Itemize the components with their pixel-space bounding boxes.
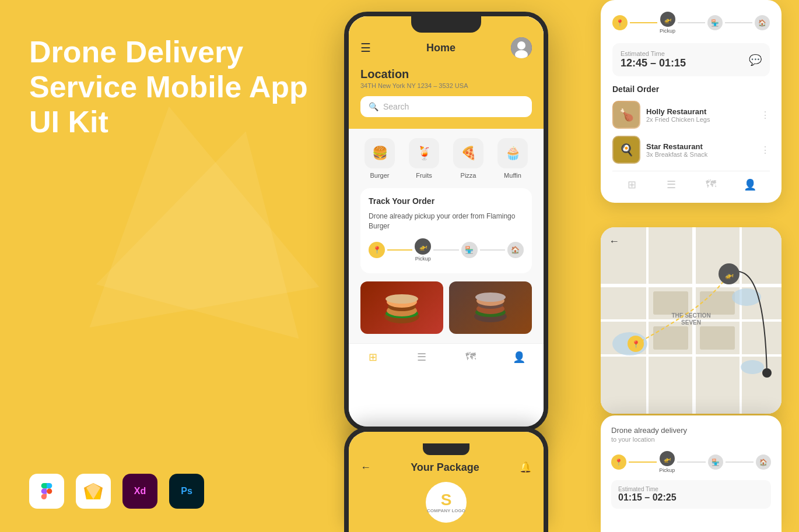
rdp-step-location: 📍 <box>611 455 626 470</box>
estimated-time: 12:45 – 01:15 <box>621 57 686 69</box>
hamburger-icon[interactable]: ☰ <box>360 41 371 55</box>
phone-nav: ☰ Home <box>360 37 532 58</box>
progress-bar: 📍 🚁 Pickup 🏪 🏠 <box>369 238 524 262</box>
svg-text:📍: 📍 <box>632 340 640 348</box>
rdp-est-time: 01:15 – 02:25 <box>618 492 764 503</box>
rtp-line-1 <box>630 22 657 23</box>
step-pickup: 🚁 <box>415 238 431 255</box>
bp-logo-area: S COMPANY LOGO <box>360 482 532 523</box>
category-pizza[interactable]: 🍕 Pizza <box>449 138 488 179</box>
bp-notch <box>423 443 469 455</box>
ps-icon: Ps <box>169 474 204 509</box>
rtp-line-2 <box>678 22 705 23</box>
map-content: THE SECTION SEVEN 📍 🚁 ← <box>601 227 782 414</box>
svg-text:🍳: 🍳 <box>619 143 634 157</box>
tool-icons-row: Xd Ps <box>29 474 204 509</box>
estimated-time-box: Estimated Time 12:45 – 01:15 💬 <box>612 43 770 76</box>
rtp-step-home: 🏠 <box>755 15 770 30</box>
logo-text: COMPANY LOGO <box>427 508 465 513</box>
company-logo: S COMPANY LOGO <box>426 482 467 523</box>
logo-letter: S <box>441 492 452 508</box>
map-panel: THE SECTION SEVEN 📍 🚁 ← <box>601 227 782 414</box>
sketch-icon <box>76 474 111 509</box>
nav-menu[interactable]: ☰ <box>398 351 447 364</box>
delivery-panel: Drone already delivery to your location … <box>601 415 782 532</box>
svg-rect-33 <box>653 326 688 350</box>
svg-rect-34 <box>700 326 735 350</box>
svg-text:🍗: 🍗 <box>619 108 634 122</box>
rtp-line-3 <box>725 22 752 23</box>
figma-icon <box>29 474 64 509</box>
fruits-icon: 🍹 <box>409 138 439 168</box>
rtp-nav-map[interactable]: 🗺 <box>691 178 731 191</box>
rdp-progress: 📍 🚁 Pickup 🏪 🏠 <box>611 451 771 473</box>
track-section: Track Your Order Drone already pickup yo… <box>360 188 532 273</box>
svg-rect-31 <box>653 291 688 315</box>
rtp-progress: 📍 🚁 Pickup 🏪 🏠 <box>612 12 770 34</box>
svg-text:THE SECTION: THE SECTION <box>671 312 710 319</box>
search-placeholder: Search <box>383 102 409 111</box>
rtp-nav-profile[interactable]: 👤 <box>731 178 770 191</box>
food-row <box>360 281 532 334</box>
phone-notch <box>411 16 481 33</box>
rdp-estimated-box: Estimated Time 01:15 – 02:25 <box>611 480 771 509</box>
xd-icon: Xd <box>122 474 157 509</box>
right-top-panel: 📍 🚁 Pickup 🏪 🏠 Estimated Time 12:45 – 01… <box>601 0 782 203</box>
bp-back-button[interactable]: ← <box>360 461 371 474</box>
search-bar[interactable]: 🔍 Search <box>360 96 532 117</box>
line-1 <box>387 249 412 251</box>
nav-profile[interactable]: 👤 <box>495 351 544 364</box>
star-restaurant-image: 🍳 <box>612 136 640 164</box>
rtp-step-sort: 🏪 <box>707 15 723 30</box>
rtp-nav-menu[interactable]: ☰ <box>652 178 692 191</box>
order-item-star: 🍳 Star Restaurant 3x Breakfast & Snack ⋮ <box>612 136 770 164</box>
your-package-phone: ← Your Package 🔔 S COMPANY LOGO <box>344 427 548 532</box>
rtp-step-pickup: 🚁 <box>660 12 675 27</box>
star-items: 3x Breakfast & Snack <box>646 151 755 158</box>
holly-restaurant-image: 🍗 <box>612 101 640 129</box>
location-label: Location <box>360 68 532 81</box>
rtp-pickup-label: Pickup <box>660 28 675 34</box>
nav-home[interactable]: ⊞ <box>349 351 398 364</box>
step-location: 📍 <box>369 242 385 258</box>
svg-point-44 <box>762 368 772 378</box>
rdp-line-1 <box>629 461 657 463</box>
nav-map[interactable]: 🗺 <box>446 351 495 364</box>
svg-text:🚁: 🚁 <box>724 270 734 280</box>
star-more-icon[interactable]: ⋮ <box>761 145 770 156</box>
rtp-nav-grid[interactable]: ⊞ <box>612 178 652 191</box>
category-fruits[interactable]: 🍹 Fruits <box>405 138 443 179</box>
holly-restaurant-info: Holly Restaurant 2x Fried Chicken Legs <box>646 107 755 123</box>
holly-name: Holly Restaurant <box>646 107 755 116</box>
bp-nav: ← Your Package 🔔 <box>360 461 532 474</box>
rdp-pickup-label: Pickup <box>659 467 675 473</box>
category-muffin[interactable]: 🧁 Muffin <box>493 138 532 179</box>
category-burger[interactable]: 🍔 Burger <box>360 138 399 179</box>
holly-items: 2x Fried Chicken Legs <box>646 116 755 123</box>
rdp-est-label: Estimated Time <box>618 486 764 492</box>
your-package-header: ← Your Package 🔔 S COMPANY LOGO <box>349 432 544 532</box>
burger-icon: 🍔 <box>365 138 395 168</box>
rdp-line-3 <box>726 461 754 463</box>
detail-order-title: Detail Order <box>612 84 770 94</box>
chat-icon[interactable]: 💬 <box>749 54 762 66</box>
holly-more-icon[interactable]: ⋮ <box>761 110 770 121</box>
food-image-2 <box>449 281 532 334</box>
pickup-label: Pickup <box>415 256 431 262</box>
step-sort: 🏪 <box>461 242 478 258</box>
avatar <box>511 37 532 58</box>
delivery-title: Drone already delivery <box>611 426 771 435</box>
center-phone: ☰ Home Location 34TH New York NY 1234 – … <box>344 12 548 431</box>
rtp-step-location: 📍 <box>612 15 628 30</box>
rdp-step-home: 🏠 <box>756 455 771 470</box>
rdp-line-2 <box>677 461 705 463</box>
location-address: 34TH New York NY 1234 – 3532 USA <box>360 82 532 89</box>
map-back-button[interactable]: ← <box>609 235 619 248</box>
line-3 <box>480 249 505 251</box>
star-name: Star Restaurant <box>646 142 755 151</box>
track-title: Track Your Order <box>369 196 524 206</box>
pizza-label: Pizza <box>461 172 476 179</box>
bp-bell-icon[interactable]: 🔔 <box>519 461 532 474</box>
estimated-label: Estimated Time <box>621 50 686 57</box>
step-home: 🏠 <box>507 242 524 258</box>
